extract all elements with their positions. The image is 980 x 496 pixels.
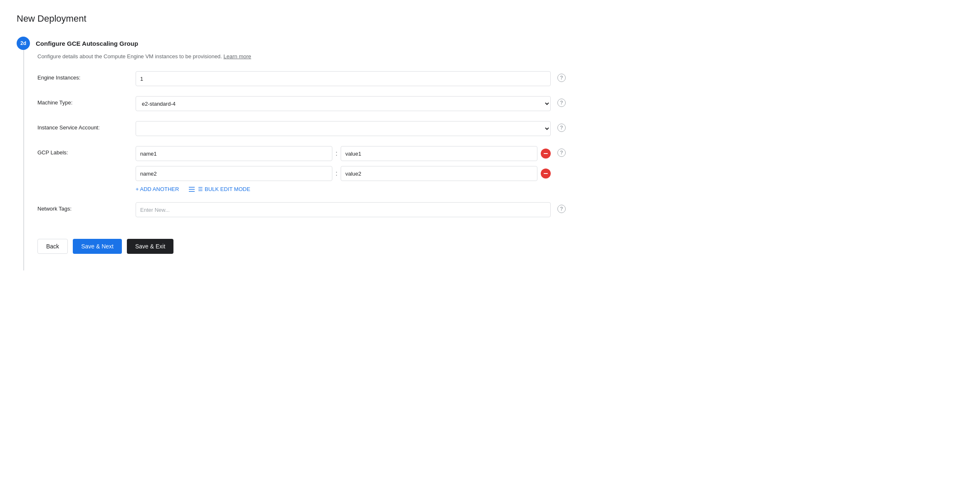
network-tags-input[interactable] bbox=[136, 202, 551, 217]
footer-actions: Back Save & Next Save & Exit bbox=[37, 234, 566, 254]
step-container: 2d Configure GCE Autoscaling Group Confi… bbox=[17, 37, 566, 270]
remove-label-button-1[interactable] bbox=[541, 149, 551, 159]
service-account-label: Instance Service Account: bbox=[37, 121, 129, 131]
bulk-edit-mode-button[interactable]: ☰ BULK EDIT MODE bbox=[189, 186, 250, 192]
engine-instances-row: Engine Instances: ? bbox=[37, 71, 566, 86]
service-account-help-icon[interactable]: ? bbox=[557, 124, 566, 132]
network-tags-help-icon[interactable]: ? bbox=[557, 205, 566, 213]
learn-more-link[interactable]: Learn more bbox=[223, 53, 251, 60]
step-line bbox=[23, 37, 24, 270]
add-another-button[interactable]: + ADD ANOTHER bbox=[136, 186, 179, 192]
page-container: New Deployment 2d Configure GCE Autoscal… bbox=[0, 0, 582, 284]
gcp-labels-row: GCP Labels: : : bbox=[37, 146, 566, 192]
engine-instances-label: Engine Instances: bbox=[37, 71, 129, 81]
bulk-edit-label: ☰ BULK EDIT MODE bbox=[198, 186, 250, 192]
step-description: Configure details about the Compute Engi… bbox=[37, 53, 566, 60]
label-value-input-1[interactable] bbox=[341, 146, 537, 161]
label-actions: + ADD ANOTHER ☰ BULK EDIT MODE bbox=[136, 186, 551, 192]
machine-type-field-wrap: e2-standard-4 e2-standard-2 e2-standard-… bbox=[136, 96, 551, 111]
back-button[interactable]: Back bbox=[37, 239, 68, 254]
gcp-labels-help-col: ? bbox=[557, 146, 566, 157]
machine-type-help-col: ? bbox=[557, 96, 566, 107]
network-tags-label: Network Tags: bbox=[37, 202, 129, 212]
step-title: Configure GCE Autoscaling Group bbox=[36, 40, 138, 47]
service-account-field-wrap bbox=[136, 121, 551, 136]
network-tags-help-col: ? bbox=[557, 202, 566, 213]
save-exit-button[interactable]: Save & Exit bbox=[127, 239, 173, 254]
engine-instances-input[interactable] bbox=[136, 71, 551, 86]
machine-type-help-icon[interactable]: ? bbox=[557, 99, 566, 107]
service-account-select[interactable] bbox=[136, 121, 551, 136]
network-tags-field-wrap bbox=[136, 202, 551, 217]
gcp-labels-help-icon[interactable]: ? bbox=[557, 149, 566, 157]
label-value-input-2[interactable] bbox=[341, 166, 537, 181]
engine-instances-help-col: ? bbox=[557, 71, 566, 82]
save-next-button[interactable]: Save & Next bbox=[73, 239, 122, 254]
colon-1: : bbox=[336, 150, 337, 157]
bulk-edit-icon bbox=[189, 186, 195, 192]
label-pair-row: : bbox=[136, 146, 551, 161]
label-name-input-1[interactable] bbox=[136, 146, 332, 161]
network-tags-row: Network Tags: ? bbox=[37, 202, 566, 217]
page-title: New Deployment bbox=[17, 13, 566, 24]
step-badge: 2d bbox=[17, 37, 30, 50]
label-name-input-2[interactable] bbox=[136, 166, 332, 181]
engine-instances-field-wrap bbox=[136, 71, 551, 86]
machine-type-row: Machine Type: e2-standard-4 e2-standard-… bbox=[37, 96, 566, 111]
colon-2: : bbox=[336, 170, 337, 177]
step-content: 2d Configure GCE Autoscaling Group Confi… bbox=[37, 37, 566, 270]
service-account-help-col: ? bbox=[557, 121, 566, 132]
form-section: Engine Instances: ? Machine Type: e2-sta… bbox=[37, 71, 566, 217]
service-account-row: Instance Service Account: ? bbox=[37, 121, 566, 136]
label-pair-row: : bbox=[136, 166, 551, 181]
machine-type-label: Machine Type: bbox=[37, 96, 129, 106]
machine-type-select[interactable]: e2-standard-4 e2-standard-2 e2-standard-… bbox=[136, 96, 551, 111]
remove-label-button-2[interactable] bbox=[541, 169, 551, 179]
gcp-labels-label: GCP Labels: bbox=[37, 146, 129, 156]
gcp-labels-section: : : + ADD ANOTHER bbox=[136, 146, 551, 192]
engine-instances-help-icon[interactable]: ? bbox=[557, 74, 566, 82]
step-header: 2d Configure GCE Autoscaling Group bbox=[37, 37, 566, 50]
